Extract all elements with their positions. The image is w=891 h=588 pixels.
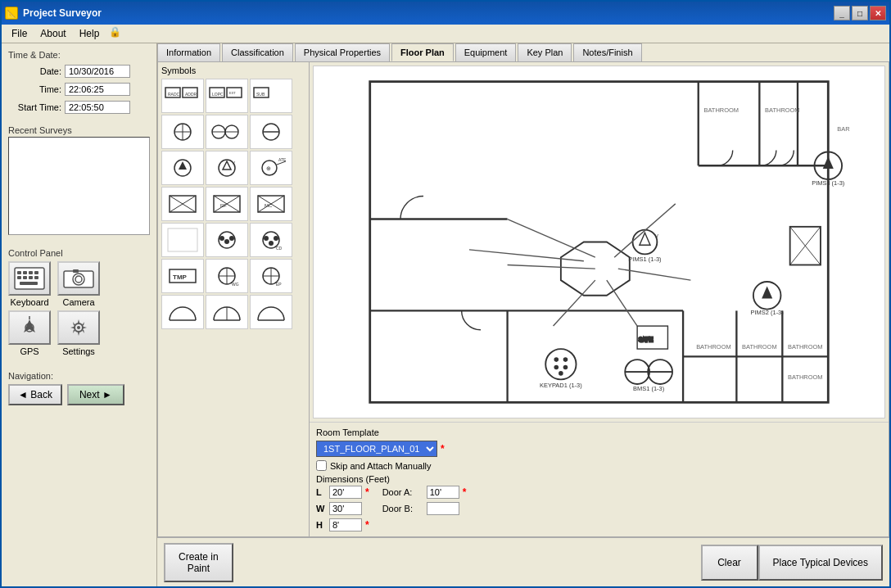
door-b-row: Door B: bbox=[382, 502, 467, 515]
svg-point-63 bbox=[264, 236, 269, 241]
right-panel: Information Classification Physical Prop… bbox=[157, 43, 889, 586]
door-b-input[interactable] bbox=[427, 502, 459, 515]
symbol-cell-13[interactable] bbox=[206, 223, 248, 257]
titlebar: 📐 Project Surveyor _ □ ✕ bbox=[2, 2, 889, 25]
symbol-cell-20[interactable] bbox=[250, 295, 292, 329]
dim-w-row: W bbox=[316, 502, 369, 515]
symbol-cell-1[interactable]: LOPCEXT bbox=[206, 79, 248, 113]
door-a-label: Door A: bbox=[382, 487, 423, 497]
l-asterisk: * bbox=[365, 486, 369, 498]
symbol-cell-9[interactable] bbox=[161, 187, 204, 221]
gps-button[interactable]: GPS bbox=[8, 310, 51, 356]
keyboard-button[interactable]: Keyboard bbox=[8, 261, 51, 307]
menu-help[interactable]: Help bbox=[73, 26, 106, 41]
symbol-cell-17[interactable]: EP bbox=[250, 259, 292, 293]
window-title: Project Surveyor bbox=[23, 7, 102, 19]
symbol-cell-14[interactable]: CD bbox=[250, 223, 292, 257]
tab-notes-finish[interactable]: Notes/Finish bbox=[573, 43, 641, 61]
tab-equipment[interactable]: Equipment bbox=[455, 43, 517, 61]
svg-text:ADDR: ADDR bbox=[185, 92, 197, 97]
bottom-bar: Create in Paint Clear Place Typical Devi… bbox=[157, 537, 889, 586]
clear-button[interactable]: Clear bbox=[701, 545, 758, 581]
symbol-cell-19[interactable] bbox=[206, 295, 248, 329]
door-a-asterisk: * bbox=[463, 486, 467, 498]
time-value: 22:06:25 bbox=[65, 83, 130, 96]
gps-label: GPS bbox=[20, 346, 38, 356]
svg-text:PIMS2 (1-3): PIMS2 (1-3) bbox=[751, 309, 785, 316]
tab-physical-properties[interactable]: Physical Properties bbox=[295, 43, 390, 61]
gps-icon bbox=[8, 310, 51, 345]
h-label: H bbox=[316, 520, 326, 530]
tabs: Information Classification Physical Prop… bbox=[157, 43, 889, 61]
svg-text:WG: WG bbox=[232, 282, 239, 287]
next-button[interactable]: Next ► bbox=[67, 384, 124, 405]
maximize-button[interactable]: □ bbox=[852, 6, 868, 20]
start-time-row: Start Time: 22:05:50 bbox=[8, 101, 150, 114]
skip-attach-label: Skip and Attach Manually bbox=[330, 461, 432, 471]
settings-button[interactable]: Settings bbox=[57, 310, 100, 356]
symbols-panel: Symbols RADCADDR LOPCEXT SUB bbox=[158, 62, 310, 536]
symbol-cell-12[interactable] bbox=[161, 223, 204, 257]
symbol-cell-6[interactable] bbox=[161, 151, 204, 185]
symbol-cell-4[interactable] bbox=[206, 115, 248, 149]
lock-icon: 🔒 bbox=[109, 26, 121, 41]
svg-point-112 bbox=[563, 365, 568, 370]
symbol-cell-7[interactable]: V bbox=[206, 151, 248, 185]
tab-information[interactable]: Information bbox=[157, 43, 220, 61]
tab-floor-plan[interactable]: Floor Plan bbox=[391, 43, 454, 61]
l-input[interactable] bbox=[329, 486, 362, 499]
door-a-input[interactable] bbox=[427, 486, 459, 499]
recent-surveys-box bbox=[8, 137, 150, 235]
symbol-cell-18[interactable] bbox=[161, 295, 204, 329]
door-a-row: Door A: * bbox=[382, 486, 467, 499]
h-input[interactable] bbox=[329, 518, 362, 531]
menubar: File About Help 🔒 bbox=[2, 25, 889, 43]
menu-file[interactable]: File bbox=[5, 26, 34, 41]
w-input[interactable] bbox=[329, 502, 362, 515]
titlebar-left: 📐 Project Surveyor bbox=[5, 7, 102, 20]
menu-about[interactable]: About bbox=[34, 26, 72, 41]
symbol-cell-3[interactable] bbox=[161, 115, 204, 149]
close-button[interactable]: ✕ bbox=[870, 6, 886, 20]
time-label: Time: bbox=[8, 84, 61, 94]
place-typical-button[interactable]: Place Typical Devices bbox=[758, 545, 884, 581]
symbol-cell-11[interactable]: MC bbox=[250, 187, 292, 221]
svg-point-65 bbox=[269, 241, 274, 246]
back-button[interactable]: ◄ Back bbox=[8, 384, 62, 405]
svg-rect-4 bbox=[34, 271, 38, 274]
floorplan-area[interactable]: SAFE BAR BATHROOM BATHROOM PIMS3 (1-3) bbox=[313, 66, 885, 418]
svg-marker-38 bbox=[179, 161, 187, 170]
lwh-column: L * W H bbox=[316, 486, 369, 533]
svg-text:SAFE: SAFE bbox=[639, 337, 654, 342]
dim-h-row: H * bbox=[316, 518, 369, 531]
create-in-paint-button[interactable]: Create in Paint bbox=[164, 543, 233, 582]
camera-button[interactable]: Camera bbox=[57, 261, 100, 307]
tab-classification[interactable]: Classification bbox=[222, 43, 293, 61]
svg-point-59 bbox=[219, 236, 224, 241]
symbol-cell-15[interactable]: TMP bbox=[161, 259, 204, 293]
symbol-cell-16[interactable]: WG bbox=[206, 259, 248, 293]
symbol-cell-10[interactable]: RF bbox=[206, 187, 248, 221]
svg-rect-5 bbox=[17, 276, 21, 279]
minimize-button[interactable]: _ bbox=[834, 6, 850, 20]
symbol-cell-8[interactable]: ⊕ATE bbox=[250, 151, 292, 185]
symbol-cell-2[interactable]: SUB bbox=[250, 79, 292, 113]
skip-attach-checkbox[interactable] bbox=[316, 460, 327, 471]
symbol-cell-0[interactable]: RADCADDR bbox=[161, 79, 204, 113]
svg-point-61 bbox=[229, 236, 234, 241]
svg-rect-6 bbox=[23, 276, 27, 279]
room-template-row: Room Template bbox=[316, 427, 882, 437]
keyboard-icon bbox=[8, 261, 51, 296]
svg-text:BAR: BAR bbox=[837, 125, 850, 133]
svg-text:BATHROOM: BATHROOM bbox=[703, 106, 739, 114]
svg-text:BATHROOM: BATHROOM bbox=[788, 373, 823, 381]
svg-text:CD: CD bbox=[276, 246, 283, 251]
keyboard-svg bbox=[14, 267, 45, 290]
start-time-label: Start Time: bbox=[8, 102, 61, 112]
door-column: Door A: * Door B: bbox=[382, 486, 467, 517]
tab-key-plan[interactable]: Key Plan bbox=[518, 43, 572, 61]
room-template-asterisk: * bbox=[441, 443, 445, 455]
symbol-cell-5[interactable] bbox=[250, 115, 292, 149]
date-row: Date: 10/30/2016 bbox=[8, 65, 150, 78]
room-template-select[interactable]: 1ST_FLOOR_PLAN_01 bbox=[316, 441, 437, 457]
